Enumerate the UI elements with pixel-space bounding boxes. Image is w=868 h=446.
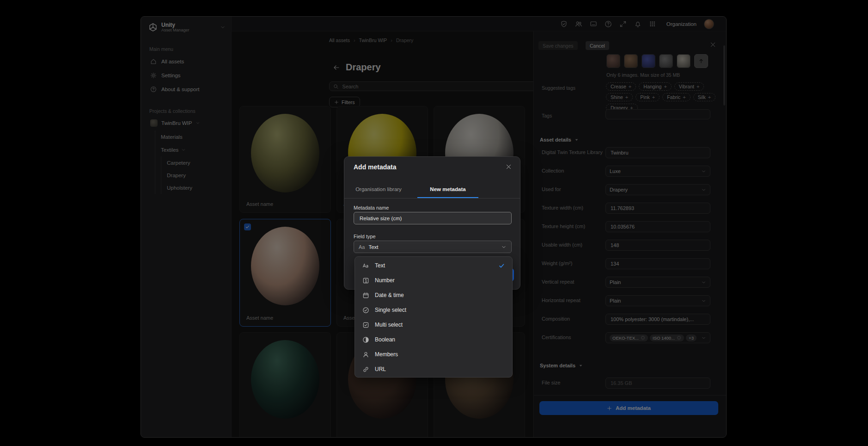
single-select-icon (362, 307, 369, 314)
dropdown-option-multi-select[interactable]: Multi select (355, 317, 512, 332)
selected-check-icon (499, 263, 505, 269)
dropdown-option-members[interactable]: Members (355, 347, 512, 362)
dropdown-option-boolean[interactable]: Boolean (355, 332, 512, 347)
tab-new-metadata[interactable]: New metadata (417, 181, 478, 198)
field-type-label: Field type (354, 234, 376, 239)
multi-select-icon (362, 322, 369, 328)
number-icon (362, 277, 369, 284)
dropdown-option-text[interactable]: Text (355, 258, 512, 273)
text-icon (362, 262, 369, 269)
members-icon (362, 351, 369, 358)
screen: Organization Unity Asset Manager Main me… (0, 0, 868, 446)
metadata-name-label: Metadata name (354, 205, 389, 211)
app-window: Organization Unity Asset Manager Main me… (141, 16, 727, 438)
calendar-icon (362, 292, 369, 299)
field-type-dropdown: TextNumberDate & timeSingle selectMulti … (355, 256, 513, 378)
dropdown-option-date-time[interactable]: Date & time (355, 288, 512, 303)
field-type-value: Text (368, 244, 378, 250)
metadata-name-field (354, 212, 512, 224)
boolean-icon (362, 336, 369, 343)
text-type-icon: Aa (359, 244, 365, 250)
modal-tabs: Organisation library New metadata (344, 181, 520, 198)
field-type-select[interactable]: Aa Text (354, 241, 512, 253)
url-icon (362, 366, 369, 373)
dropdown-option-url[interactable]: URL (355, 362, 512, 377)
tab-organisation-library[interactable]: Organisation library (354, 181, 403, 198)
dropdown-option-single-select[interactable]: Single select (355, 303, 512, 317)
modal-title: Add metadata (354, 163, 397, 171)
chevron-down-icon (501, 244, 507, 250)
close-icon[interactable] (506, 164, 512, 170)
metadata-name-input[interactable] (359, 215, 507, 222)
dropdown-option-number[interactable]: Number (355, 273, 512, 288)
